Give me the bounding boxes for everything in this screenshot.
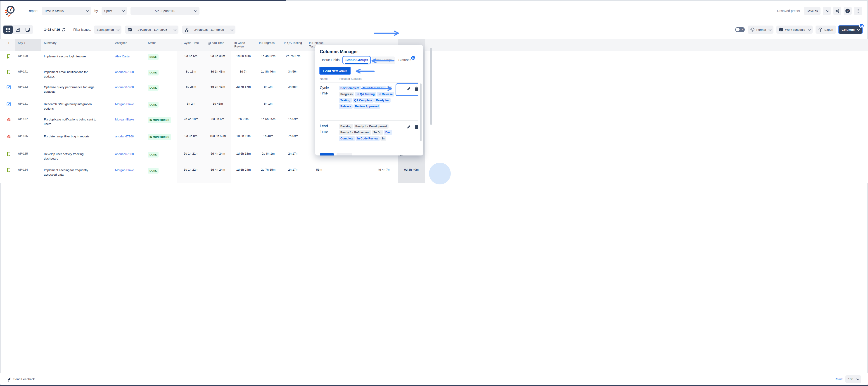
story-icon: [7, 168, 11, 172]
time-cell: 5d 1h 21m: [177, 149, 205, 165]
status-chip: In: [380, 136, 386, 141]
time-cell: 9d 5h 6m: [177, 51, 205, 67]
drag-handle-icon[interactable]: [208, 43, 209, 44]
story-icon: [7, 152, 11, 156]
col-header-in-code-review[interactable]: In Code Review: [231, 39, 256, 51]
time-cell: 8d 1h 43m: [205, 67, 231, 82]
name-column-header: Name: [320, 77, 339, 81]
time-cell: 2d 7h 57m: [231, 82, 256, 99]
time-cell: 8d 13m: [177, 67, 205, 82]
tab-statuses[interactable]: Statuses 11: [396, 57, 413, 64]
col-header-type[interactable]: T: [3, 39, 15, 51]
date-range-dropdown[interactable]: 24/Jan/25 - 11/Feb/25: [125, 26, 179, 34]
sprint-dropdown[interactable]: AP - Sprint 116: [130, 7, 199, 15]
group-by-dropdown[interactable]: Sprint: [101, 7, 127, 15]
time-cell: 1d 8h 46m: [231, 51, 256, 67]
assignee-link[interactable]: andrian67968: [115, 70, 134, 74]
filter-issues-label: Filter issues:: [73, 28, 91, 31]
chevron-down-icon: [194, 9, 197, 12]
group-statuses: Backlog Ready for Development Ready for …: [339, 123, 393, 151]
sort-descending-icon: ↓: [24, 41, 25, 44]
pivot-table-icon: [26, 28, 30, 32]
issue-type-cell: [3, 99, 15, 114]
status-chip: To Do: [372, 130, 383, 135]
add-new-group-button[interactable]: + Add New Group: [320, 67, 350, 74]
line-chart-icon: [16, 28, 20, 32]
assignee-link[interactable]: andrian67968: [115, 152, 134, 156]
popup-scrollbar-thumb[interactable]: [420, 84, 422, 141]
col-header-in-progress[interactable]: In Progress: [256, 39, 281, 51]
edit-group-button[interactable]: [407, 125, 411, 151]
issue-summary: Implement caching for frequently accesse…: [41, 165, 114, 183]
status-chip: In Code Review: [362, 86, 385, 90]
time-cell: 1d 8h 46m: [256, 67, 281, 82]
status-chip: In QA Testing: [355, 92, 376, 96]
col-header-key[interactable]: Key↓: [15, 39, 41, 51]
issue-key: AP-124: [15, 165, 41, 183]
assignee-link[interactable]: Morgan Blake: [115, 168, 134, 172]
edit-group-button[interactable]: [407, 87, 411, 119]
tab-user-groups[interactable]: User Groups: [372, 57, 395, 64]
time-cell: -: [231, 99, 256, 114]
time-cell: 5d 4h 24m: [205, 149, 231, 165]
status-badge: DONE: [148, 54, 158, 60]
bug-icon: [6, 117, 11, 122]
refresh-button[interactable]: [62, 28, 66, 32]
story-icon: [7, 70, 11, 74]
report-type-dropdown[interactable]: Time in Status: [41, 7, 91, 15]
time-cell: 10d 5h 52m: [205, 131, 231, 149]
time-cell: 8h 2m: [177, 99, 205, 114]
delete-group-button[interactable]: [414, 87, 418, 119]
pivot-view-button[interactable]: [23, 26, 32, 34]
col-header-lead-time[interactable]: Lead Time: [205, 39, 231, 51]
tab-status-groups[interactable]: Status Groups: [343, 57, 370, 64]
view-switcher: [3, 25, 33, 34]
col-header-status[interactable]: Status: [147, 39, 177, 51]
save-button[interactable]: Save: [320, 153, 334, 156]
app-logo: [4, 5, 16, 17]
app-screen: Report: Time in Status by Sprint AP - Sp…: [0, 0, 434, 193]
status-chip: Dev Complete: [339, 86, 361, 90]
info-question-icon: ?: [399, 155, 403, 156]
delete-group-button[interactable]: [414, 125, 418, 151]
issue-type-cell: [3, 67, 15, 82]
trim-range-dropdown[interactable]: 24/Jan/25 - 11/Feb/25: [182, 26, 236, 34]
status-badge: DONE: [148, 102, 158, 107]
issue-key: AP-126: [15, 131, 41, 149]
time-cell: 2d 8h 1m: [256, 149, 281, 165]
scissors-icon: [185, 28, 189, 32]
filter-period-dropdown[interactable]: Sprint period: [94, 26, 121, 34]
tab-issue-fields[interactable]: Issue Fields: [320, 57, 342, 64]
assignee-link[interactable]: andrian67968: [115, 86, 134, 89]
report-label: Report:: [28, 9, 38, 13]
more-info-link[interactable]: ? More info: [399, 155, 418, 156]
status-groups-list: Cycle TimeDev Complete In Code Review In…: [320, 83, 418, 151]
table-row[interactable]: AP-124Implement caching for frequently a…: [0, 165, 434, 183]
drag-handle-icon[interactable]: [182, 43, 182, 44]
time-cell: 2h 21m: [231, 115, 256, 131]
assignee-link[interactable]: Morgan Blake: [115, 118, 134, 121]
col-header-assignee[interactable]: Assignee: [114, 39, 147, 51]
toolbar: 1–16 of 16 Filter issues: Sprint period …: [0, 23, 434, 36]
chevron-down-icon: [230, 28, 234, 31]
calendar-clock-icon: [128, 28, 132, 32]
col-header-in-qa-testing[interactable]: In QA Testing: [281, 39, 306, 51]
assignee-link[interactable]: Morgan Blake: [115, 102, 134, 106]
assignee-link[interactable]: Alex Carter: [115, 55, 130, 58]
page-scrollbar-thumb[interactable]: [430, 48, 432, 125]
chart-view-button[interactable]: [13, 26, 22, 34]
time-cell: 3h 56m: [281, 67, 306, 82]
time-cell: 3d 7h: [231, 67, 256, 82]
col-header-summary[interactable]: Summary: [41, 39, 114, 51]
cancel-button[interactable]: Cancel: [337, 153, 352, 156]
included-statuses-header: Included Statuses: [339, 77, 362, 81]
status-chip: Backlog: [339, 124, 353, 129]
time-cell: 8h 1m: [256, 82, 281, 99]
col-header-cycle-time[interactable]: Cycle Time: [177, 39, 205, 51]
status-badge: IN MONITORING: [148, 117, 171, 123]
delete-icon: [414, 125, 418, 129]
table-view-button[interactable]: [3, 26, 13, 34]
time-cell: 55m: [306, 165, 333, 183]
status-badge: DONE: [148, 152, 158, 158]
assignee-link[interactable]: andrian67968: [115, 135, 134, 138]
